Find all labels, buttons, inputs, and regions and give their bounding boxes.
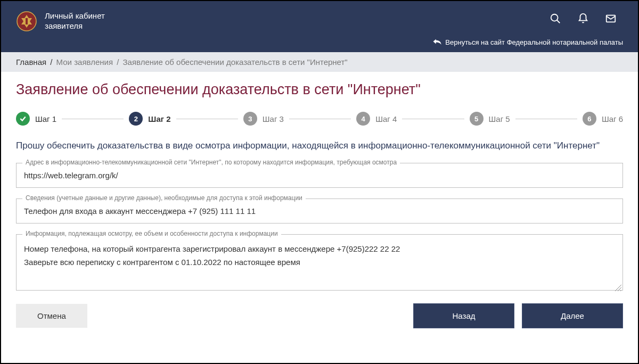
breadcrumbs: Главная / Мои заявления / Заявление об о… [1,52,638,72]
step-label: Шаг 2 [148,114,170,123]
header-icons [550,7,623,27]
step-3[interactable]: 3 Шаг 3 [243,112,284,126]
reply-arrow-icon [432,38,442,47]
next-button[interactable]: Далее [522,303,623,328]
search-icon[interactable] [550,13,561,27]
breadcrumb-home[interactable]: Главная [16,57,46,67]
step-label: Шаг 1 [35,114,56,123]
button-row: Отмена Назад Далее [16,303,623,328]
back-to-site-link[interactable]: Вернуться на сайт Федеральной нотариальн… [432,38,623,47]
field-credentials: Сведения (учетные данные и другие данные… [16,198,623,224]
mail-icon[interactable] [605,13,617,27]
credentials-input[interactable] [16,198,623,224]
step-label: Шаг 5 [489,114,510,123]
app-header: Личный кабинет заявителя Вернуться на са… [1,1,638,52]
step-num: 4 [356,112,370,126]
step-5[interactable]: 5 Шаг 5 [470,112,510,126]
bell-icon[interactable] [577,13,589,27]
step-6[interactable]: 6 Шаг 6 [583,112,623,126]
step-label: Шаг 6 [602,114,623,123]
step-label: Шаг 3 [263,114,284,123]
step-num: 6 [583,112,596,126]
svg-point-3 [551,14,558,21]
svg-rect-2 [26,18,28,24]
back-link-label: Вернуться на сайт Федеральной нотариальн… [445,38,623,46]
step-num: 3 [243,112,257,126]
brand: Личный кабинет заявителя [16,7,105,32]
step-2[interactable]: 2 Шаг 2 [129,112,170,126]
cancel-button[interactable]: Отмена [16,304,87,328]
stepper: Шаг 1 2 Шаг 2 3 Шаг 3 4 Шаг 4 5 Шаг 5 [16,112,623,126]
breadcrumb-current: Заявление об обеспечении доказательств в… [123,57,348,67]
step-1[interactable]: Шаг 1 [16,112,56,126]
field-info-label: Информация, подлежащая осмотру, ее объем… [22,230,281,237]
info-textarea[interactable] [16,234,623,291]
check-icon [16,112,30,126]
step-4[interactable]: 4 Шаг 4 [356,112,397,126]
breadcrumb-my-applications[interactable]: Мои заявления [56,57,113,67]
step-num: 5 [470,112,484,126]
field-info: Информация, подлежащая осмотру, ее объем… [16,234,623,293]
field-address: Адрес в информационно-телекоммуникационн… [16,163,623,188]
field-credentials-label: Сведения (учетные данные и другие данные… [22,194,306,202]
form-subtitle: Прошу обеспечить доказательства в виде о… [16,139,623,152]
emblem-icon [16,11,37,32]
step-num: 2 [129,112,143,126]
svg-line-4 [557,20,560,23]
field-address-label: Адрес в информационно-телекоммуникационн… [22,159,400,166]
page-title: Заявление об обеспечении доказательств в… [16,81,623,98]
step-label: Шаг 4 [375,114,397,123]
address-input[interactable] [16,163,623,188]
brand-text: Личный кабинет заявителя [45,11,105,31]
back-button[interactable]: Назад [413,303,514,328]
